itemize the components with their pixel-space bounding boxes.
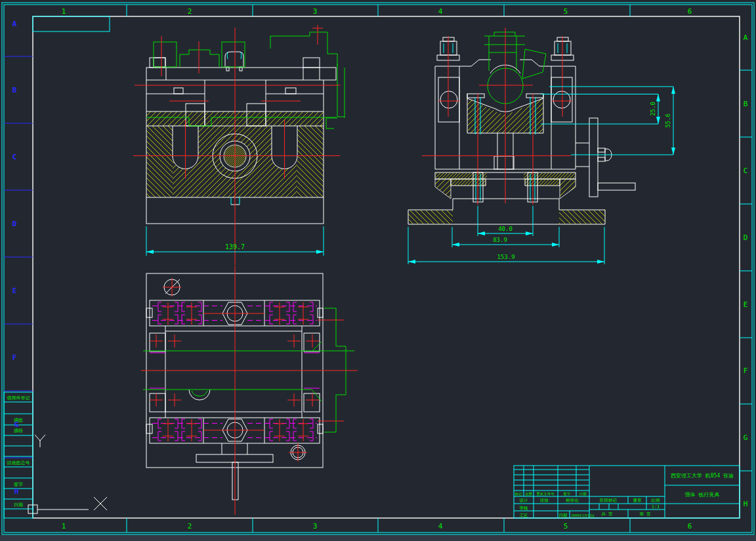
date-label: 日期 bbox=[559, 513, 568, 518]
row-label: B bbox=[744, 100, 748, 108]
rev-header: 处数 bbox=[526, 492, 534, 496]
row-label: E bbox=[744, 300, 748, 309]
school-name: 西安理工大学 机054 张迪 bbox=[671, 473, 734, 479]
col-label: 5 bbox=[564, 7, 568, 16]
col-label: 1 bbox=[62, 7, 66, 16]
ucs-icon bbox=[35, 435, 45, 447]
date-value: 2009年1月12日 bbox=[571, 513, 595, 518]
design-label: 设计 bbox=[520, 498, 529, 503]
dim-text: 139.7 bbox=[225, 243, 245, 250]
sheets-label: 共 页 bbox=[602, 511, 613, 517]
cad-workspace: 1 2 3 4 5 6 1 2 3 4 5 6 A B C D E F G H bbox=[0, 0, 756, 541]
col-label: 6 bbox=[688, 522, 692, 531]
row-label: H bbox=[744, 500, 748, 508]
flange-handle bbox=[576, 118, 635, 197]
stage-label: 阶段标记 bbox=[600, 498, 618, 503]
standard-label: 标准化 bbox=[565, 498, 579, 503]
row-label: B bbox=[12, 86, 17, 94]
rev-header: 更改文件号 bbox=[536, 492, 555, 496]
front-view[interactable]: 139.7 bbox=[133, 25, 345, 265]
dim-text: 55.6 bbox=[665, 113, 671, 128]
row-label: E bbox=[12, 287, 17, 295]
dim-base-total: 153.9 bbox=[408, 227, 604, 264]
sheet-frame bbox=[2, 3, 754, 534]
top-plate bbox=[146, 68, 336, 80]
dim-height-upper: 25.0 bbox=[541, 94, 660, 125]
row-label: G bbox=[14, 420, 19, 429]
frame-corner-box bbox=[33, 16, 110, 31]
weight-label: 重量 bbox=[633, 498, 642, 503]
dim-text: 153.9 bbox=[497, 254, 514, 260]
grid-column-labels-bottom: 1 2 3 4 5 6 bbox=[62, 522, 692, 531]
row-label: A bbox=[12, 20, 17, 28]
dim-text: 25.0 bbox=[650, 102, 656, 116]
rev-header: 日期 bbox=[579, 492, 587, 496]
col-label: 4 bbox=[438, 522, 443, 531]
margin-table-label: 日期 bbox=[14, 502, 23, 508]
designer-name: 张迪 bbox=[540, 498, 549, 503]
margin-table-label: 描校 bbox=[14, 428, 23, 433]
margin-table-label: 签字 bbox=[14, 482, 23, 487]
rev-header: 标记 bbox=[514, 492, 523, 496]
col-label: 3 bbox=[313, 7, 318, 16]
col-label: 6 bbox=[688, 7, 692, 16]
col-label: 2 bbox=[188, 522, 192, 531]
row-label: C bbox=[12, 153, 17, 161]
scale-label: 比例 bbox=[652, 498, 660, 503]
statusbar-strip bbox=[0, 535, 756, 541]
dim-text: 83.9 bbox=[493, 237, 507, 243]
col-label: 2 bbox=[188, 7, 192, 16]
centerlines bbox=[141, 266, 358, 515]
check-label: 审核 bbox=[520, 506, 529, 511]
margin-table-label: 旧底图总号 bbox=[7, 460, 30, 466]
side-view[interactable]: 40.0 83.9 153.9 25.0 55.6 bbox=[408, 28, 675, 264]
row-label: G bbox=[744, 433, 748, 442]
dim-pin-span: 40.0 bbox=[478, 206, 533, 236]
rev-header: 签字 bbox=[564, 492, 572, 496]
point-marker-icon bbox=[94, 497, 107, 510]
drawing-title: 弹体 铣行夹具 bbox=[685, 492, 720, 498]
row-label: D bbox=[744, 233, 748, 242]
side-hole-right bbox=[553, 91, 570, 108]
grid-row-labels-left: A B C D E F G H bbox=[12, 20, 19, 496]
margin-table: 借用件登记 描图 描校 旧底图总号 签字 日期 bbox=[4, 392, 33, 518]
col-label: 5 bbox=[564, 522, 568, 531]
col-label: 3 bbox=[313, 522, 318, 531]
dim-height-total: 55.6 bbox=[549, 87, 675, 155]
row-label: H bbox=[14, 487, 19, 496]
row-label: F bbox=[744, 367, 748, 375]
row-label: A bbox=[744, 33, 748, 42]
title-block: 标记 处数 更改文件号 签字 日期 设计 张迪 标准化 审核 工艺 日期 200… bbox=[514, 466, 740, 518]
grid-column-labels-top: 1 2 3 4 5 6 bbox=[62, 7, 692, 16]
row-label: F bbox=[12, 353, 17, 362]
crosshair-cursor bbox=[28, 505, 89, 513]
row-label: C bbox=[744, 167, 748, 175]
dim-text: 40.0 bbox=[498, 226, 513, 232]
process-label: 工艺 bbox=[520, 513, 529, 518]
row-label: D bbox=[12, 220, 17, 228]
col-label: 1 bbox=[62, 522, 66, 531]
plan-view[interactable] bbox=[141, 266, 358, 515]
margin-table-label: 借用件登记 bbox=[7, 395, 30, 401]
col-label: 4 bbox=[438, 7, 443, 16]
side-hole-left bbox=[440, 91, 457, 108]
scale-value: 1:1 bbox=[652, 504, 660, 510]
sheet-label: 第 页 bbox=[640, 511, 651, 517]
base bbox=[408, 199, 605, 224]
